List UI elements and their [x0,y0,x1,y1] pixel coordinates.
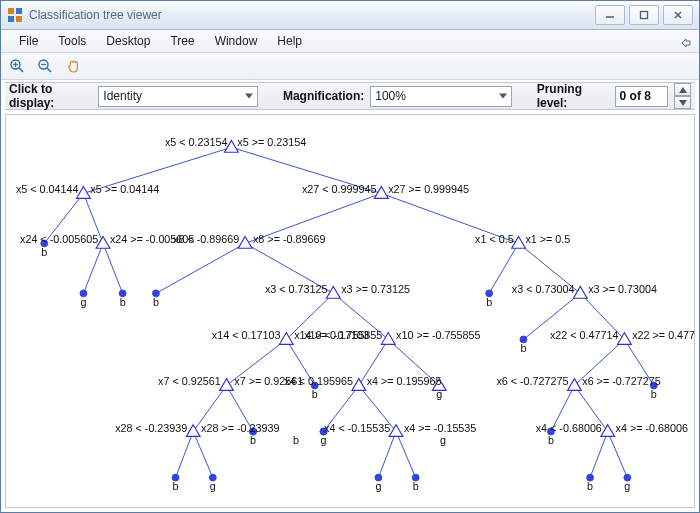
menu-tree[interactable]: Tree [160,31,204,51]
leaf-L8: b [651,388,657,400]
svg-marker-68 [601,425,615,437]
control-bar: Click to display: Identity Magnification… [5,82,695,110]
edge-n2-right: x27 >= 0.999945 [388,183,469,195]
edge-n1-left: x5 < 0.04144 [16,183,79,195]
svg-marker-58 [573,287,587,299]
svg-marker-15 [679,87,687,93]
leaf-L15: g [375,480,381,492]
leaf-L11: g [440,434,446,446]
menu-tools[interactable]: Tools [48,31,96,51]
edge-n6-right: x3 >= 0.73004 [588,283,657,295]
svg-line-50 [608,432,628,478]
edge-n5-left: x1 < 0.5 [475,233,514,245]
edge-n15-right: x4 >= -0.15535 [404,422,476,434]
leaf-L5: b [486,296,492,308]
pruning-up-button[interactable] [674,83,691,96]
svg-marker-66 [186,425,200,437]
zoom-out-icon[interactable] [35,56,55,76]
svg-marker-63 [352,379,366,391]
pruning-down-button[interactable] [674,96,691,109]
close-button[interactable] [663,5,693,25]
menu-window[interactable]: Window [205,31,268,51]
pruning-spinner [674,83,691,109]
svg-marker-67 [389,425,403,437]
svg-marker-53 [96,237,110,249]
edge-n16-right: x4 >= -0.68006 [616,422,688,434]
pruning-readout: 0 of 8 [615,86,668,107]
edge-n9-right: x10 >= -0.755855 [396,329,480,341]
app-window: Classification tree viewer File Tools De… [0,0,700,513]
edge-n9-left: x10 < -0.755855 [304,329,382,341]
leaf-L20: g [436,388,442,400]
svg-rect-3 [16,16,22,22]
leaf-L2: g [80,296,86,308]
magnification-label: Magnification: [283,89,364,103]
magnification-select[interactable]: 100% [370,86,512,107]
svg-rect-0 [8,8,14,14]
zoom-in-icon[interactable] [7,56,27,76]
edge-n13-right: x6 >= -0.727275 [582,375,660,387]
svg-line-13 [47,68,51,72]
edge-n3-left: x24 < -0.005605 [20,233,98,245]
edge-root-left: x5 < 0.23154 [165,136,228,148]
svg-line-9 [19,68,23,72]
edge-n13-left: x6 < -0.727275 [496,375,568,387]
leaf-L16: b [413,480,419,492]
dock-icon[interactable] [679,34,699,48]
edge-n6-left: x3 < 0.73004 [512,283,575,295]
edge-n8-left: x14 < 0.17103 [212,329,281,341]
edge-n14-right: x28 >= -0.23939 [201,422,279,434]
svg-marker-62 [220,379,234,391]
leaf-L10: g [321,434,327,446]
edge-n5-right: x1 >= 0.5 [525,233,570,245]
svg-line-40 [396,432,416,478]
click-to-display-value: Identity [103,89,142,103]
magnification-value: 100% [375,89,406,103]
edge-n7-right: x3 >= 0.73125 [341,283,410,295]
tree-leaf-nodes [41,240,657,481]
menu-file[interactable]: File [9,31,48,51]
leaf-L13: b [173,480,179,492]
edge-n12-right: x4 >= 0.195965 [367,375,442,387]
maximize-button[interactable] [629,5,659,25]
tree-svg: x5 < 0.23154 x5 >= 0.23154 x5 < 0.04144 … [6,115,694,507]
edge-root-right: x5 >= 0.23154 [237,136,306,148]
app-logo-icon [7,7,23,23]
leaf-L7: b [312,388,318,400]
svg-line-39 [378,432,396,478]
tree-canvas[interactable]: x5 < 0.23154 x5 >= 0.23154 x5 < 0.04144 … [5,114,695,508]
leaf-L17: b [587,480,593,492]
edge-n11-left: x7 < 0.92561 [158,375,221,387]
edge-n14-left: x28 < -0.23939 [115,422,187,434]
pan-icon[interactable] [63,56,83,76]
menubar: File Tools Desktop Tree Window Help [1,30,699,53]
svg-marker-57 [326,287,340,299]
click-to-display-select[interactable]: Identity [98,86,258,107]
edge-n7-left: x3 < 0.73125 [265,283,328,295]
edge-n1-right: x5 >= 0.04144 [90,183,159,195]
svg-line-36 [193,432,213,478]
window-title: Classification tree viewer [29,8,162,22]
leaf-L19: b [293,434,299,446]
svg-line-21 [83,243,103,293]
leaf-L14: g [210,480,216,492]
svg-marker-55 [238,237,252,249]
menu-help[interactable]: Help [267,31,312,51]
svg-marker-60 [381,333,395,345]
edge-n4-right: x8 >= -0.89669 [253,233,325,245]
edge-n12-left: x4 < 0.195965 [284,375,353,387]
edge-n15-left: x4 < -0.15535 [324,422,390,434]
titlebar: Classification tree viewer [1,1,699,30]
leaf-L3: b [120,296,126,308]
svg-marker-16 [679,100,687,106]
toolbar [1,53,699,80]
leaf-L18: g [624,480,630,492]
svg-line-25 [156,243,245,293]
menu-desktop[interactable]: Desktop [96,31,160,51]
minimize-button[interactable] [595,5,625,25]
click-to-display-label: Click to display: [9,82,92,110]
edge-n16-left: x4 < -0.68006 [536,422,602,434]
svg-rect-5 [641,12,648,19]
leaf-L6: b [520,342,526,354]
pruning-label: Pruning level: [537,82,609,110]
